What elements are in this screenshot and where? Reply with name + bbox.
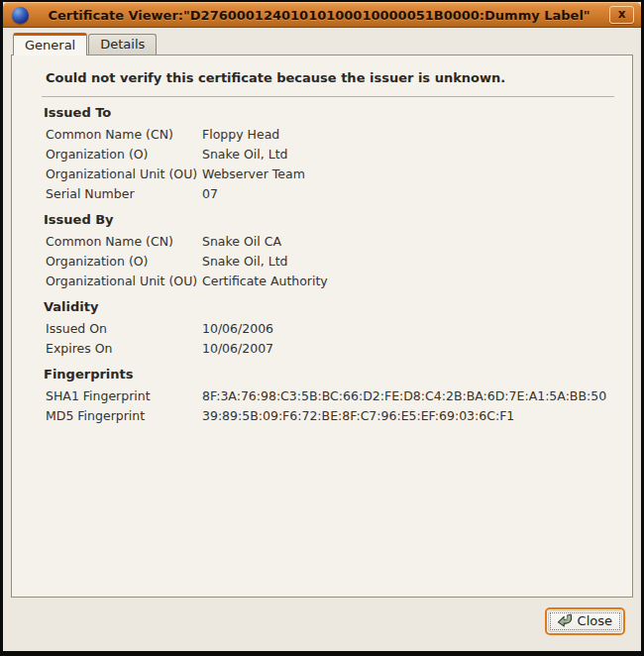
close-arrow-icon bbox=[556, 613, 574, 628]
field-label: Organization (O) bbox=[38, 252, 202, 272]
field-label: Serial Number bbox=[38, 184, 202, 204]
field-row: Organizational Unit (OU)Certificate Auth… bbox=[38, 272, 622, 291]
section-issued-to: Issued ToCommon Name (CN)Floppy HeadOrga… bbox=[38, 105, 622, 204]
field-label: Common Name (CN) bbox=[38, 232, 202, 252]
field-value: Webserver Team bbox=[202, 164, 305, 184]
certificate-viewer-window: Certificate Viewer:"D2760001240101010001… bbox=[3, 2, 641, 651]
field-label: Issued On bbox=[38, 319, 202, 339]
close-button-label: Close bbox=[578, 613, 612, 628]
field-value: Floppy Head bbox=[202, 125, 279, 145]
section-fingerprints: FingerprintsSHA1 Fingerprint8F:3A:76:98:… bbox=[38, 367, 622, 426]
window-frame: Certificate Viewer:"D2760001240101010001… bbox=[0, 0, 644, 656]
field-value: Certificate Authority bbox=[202, 272, 328, 291]
field-row: Expires On10/06/2007 bbox=[38, 339, 622, 359]
field-row: Serial Number07 bbox=[38, 184, 622, 204]
section-title: Issued To bbox=[44, 105, 622, 120]
field-label: Common Name (CN) bbox=[38, 125, 202, 145]
field-row: Organization (O)Snake Oil, Ltd bbox=[38, 252, 622, 272]
field-label: Organizational Unit (OU) bbox=[38, 164, 202, 184]
field-value: 07 bbox=[202, 184, 218, 204]
field-row: Issued On10/06/2006 bbox=[38, 319, 622, 339]
field-row: Common Name (CN)Floppy Head bbox=[38, 125, 622, 145]
section-title: Validity bbox=[44, 299, 622, 314]
field-value: 10/06/2006 bbox=[202, 319, 273, 339]
verification-warning-text: Could not verify this certificate becaus… bbox=[46, 70, 622, 85]
field-value: 8F:3A:76:98:C3:5B:BC:66:D2:FE:D8:C4:2B:B… bbox=[202, 386, 606, 406]
field-label: SHA1 Fingerprint bbox=[38, 386, 202, 406]
window-title: Certificate Viewer:"D2760001240101010001… bbox=[29, 8, 609, 23]
sections: Issued ToCommon Name (CN)Floppy HeadOrga… bbox=[38, 105, 622, 426]
dialog-action-area: Close bbox=[3, 598, 641, 651]
field-row: Common Name (CN)Snake Oil CA bbox=[38, 232, 622, 252]
tab-details[interactable]: Details bbox=[88, 34, 157, 55]
field-row: Organization (O)Snake Oil, Ltd bbox=[38, 145, 622, 164]
field-label: MD5 Fingerprint bbox=[38, 406, 202, 426]
field-value: Snake Oil, Ltd bbox=[202, 252, 288, 272]
field-row: Organizational Unit (OU)Webserver Team bbox=[38, 164, 622, 184]
tab-general[interactable]: General bbox=[13, 33, 87, 55]
field-row: SHA1 Fingerprint8F:3A:76:98:C3:5B:BC:66:… bbox=[38, 386, 622, 406]
field-label: Organization (O) bbox=[38, 145, 202, 164]
field-label: Expires On bbox=[38, 339, 202, 359]
field-row: MD5 Fingerprint39:89:5B:09:F6:72:BE:8F:C… bbox=[38, 406, 622, 426]
separator bbox=[42, 96, 614, 97]
section-issued-by: Issued ByCommon Name (CN)Snake Oil CAOrg… bbox=[38, 212, 622, 291]
field-value: 10/06/2007 bbox=[202, 339, 273, 359]
section-validity: ValidityIssued On10/06/2006Expires On10/… bbox=[38, 299, 622, 359]
close-button[interactable]: Close bbox=[545, 607, 625, 635]
field-value: Snake Oil, Ltd bbox=[202, 145, 288, 164]
section-title: Issued By bbox=[44, 212, 622, 227]
field-value: 39:89:5B:09:F6:72:BE:8F:C7:96:E5:EF:69:0… bbox=[202, 406, 514, 426]
section-title: Fingerprints bbox=[44, 367, 622, 382]
field-label: Organizational Unit (OU) bbox=[38, 272, 202, 291]
globe-icon bbox=[12, 7, 29, 24]
field-value: Snake Oil CA bbox=[202, 232, 281, 252]
close-x-icon: x bbox=[618, 8, 626, 20]
general-tab-page: Could not verify this certificate becaus… bbox=[11, 55, 633, 598]
titlebar-close-button[interactable]: x bbox=[609, 6, 634, 24]
titlebar[interactable]: Certificate Viewer:"D2760001240101010001… bbox=[3, 2, 641, 28]
tab-strip: General Details bbox=[3, 28, 641, 55]
